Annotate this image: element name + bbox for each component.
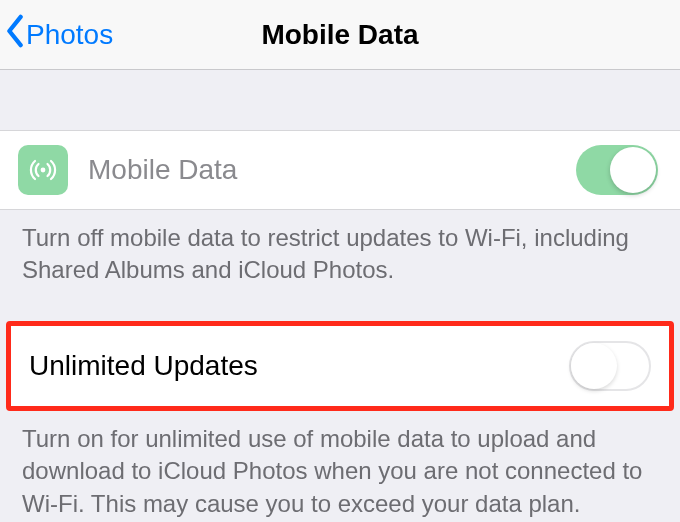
mobile-data-toggle[interactable] (576, 145, 658, 195)
unlimited-updates-label: Unlimited Updates (29, 350, 569, 382)
unlimited-updates-footer: Turn on for unlimited use of mobile data… (0, 411, 680, 522)
chevron-left-icon (4, 14, 26, 55)
toggle-knob (610, 147, 656, 193)
svg-point-0 (41, 168, 46, 173)
cellular-icon (18, 145, 68, 195)
back-button[interactable]: Photos (4, 14, 113, 55)
back-label: Photos (26, 19, 113, 51)
unlimited-updates-row[interactable]: Unlimited Updates (11, 326, 669, 406)
mobile-data-label: Mobile Data (88, 154, 576, 186)
toggle-knob (571, 343, 617, 389)
unlimited-updates-toggle[interactable] (569, 341, 651, 391)
navigation-bar: Photos Mobile Data (0, 0, 680, 70)
section-gap (0, 70, 680, 130)
mobile-data-footer: Turn off mobile data to restrict updates… (0, 210, 680, 299)
mobile-data-row[interactable]: Mobile Data (0, 130, 680, 210)
highlight-box: Unlimited Updates (6, 321, 674, 411)
